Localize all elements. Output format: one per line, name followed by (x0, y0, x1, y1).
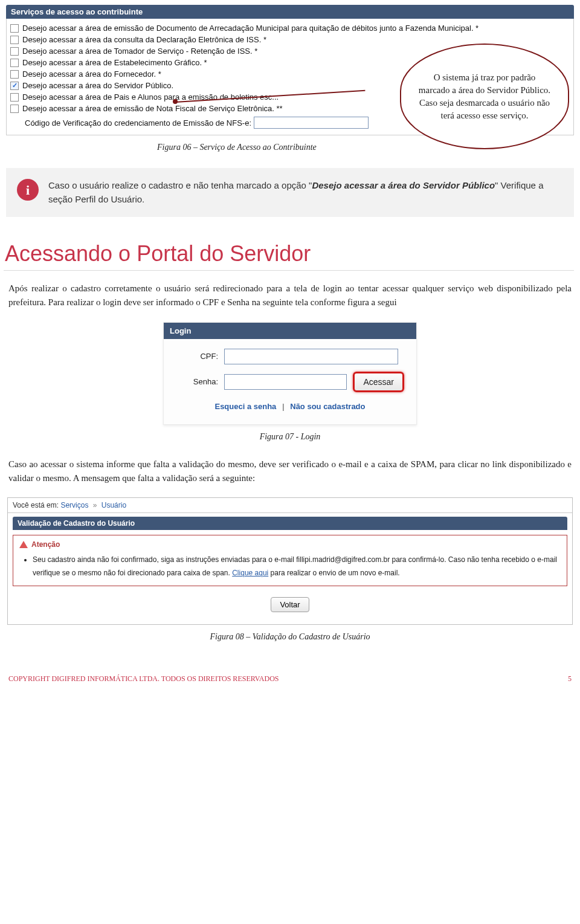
info-bold: Desejo acessar a área do Servidor Públic… (312, 180, 495, 190)
nfse-code-input[interactable] (254, 117, 369, 129)
cpf-label: CPF: (176, 352, 218, 361)
breadcrumb-link-services[interactable]: Serviços (60, 501, 88, 509)
breadcrumb: Você está em: Serviços » Usuário (8, 498, 572, 513)
figure-caption-08: Figura 08 – Validação do Cadastro de Usu… (163, 632, 417, 642)
paragraph-2: Caso ao acessar o sistema informe que fa… (0, 457, 580, 486)
callout-text: O sistema já traz por padrão marcado a á… (417, 71, 552, 122)
link-separator: | (279, 402, 288, 411)
breadcrumb-prefix: Você está em: (13, 501, 59, 509)
senha-label: Senha: (176, 377, 218, 386)
service-label: Desejo acessar a área de emissão de Nota… (22, 104, 283, 113)
service-label: Desejo acessar a área do Servidor Públic… (22, 81, 173, 90)
checkbox-icon[interactable] (10, 24, 19, 33)
alert-message: Seu cadastro ainda não foi confirmado, s… (33, 554, 561, 580)
senha-input[interactable] (224, 374, 347, 390)
login-panel: Login CPF: Senha: Acessar Esqueci a senh… (163, 322, 417, 425)
service-label: Desejo acessar a área de Estabelecimento… (22, 58, 207, 67)
services-panel-title: Serviços de acesso ao contribuinte (6, 5, 574, 19)
service-label: Desejo acessar a área de Tomador de Serv… (22, 47, 257, 56)
info-icon: i (17, 179, 39, 201)
checkbox-icon[interactable] (10, 36, 19, 44)
alert-box: Atenção Seu cadastro ainda não foi confi… (13, 535, 567, 586)
services-screenshot: Serviços de acesso ao contribuinte Desej… (0, 0, 580, 135)
alert-title: Atenção (31, 540, 60, 549)
callout-bubble: O sistema já traz por padrão marcado a á… (400, 44, 569, 149)
checkbox-icon[interactable] (10, 47, 19, 56)
checkbox-icon[interactable] (10, 105, 19, 113)
voltar-button[interactable]: Voltar (271, 597, 309, 612)
breadcrumb-separator-icon: » (91, 501, 100, 509)
forgot-password-link[interactable]: Esqueci a senha (214, 402, 276, 411)
checkbox-icon[interactable] (10, 59, 19, 67)
service-row: Desejo acessar a área de emissão de Docu… (10, 22, 570, 34)
copyright: COPYRIGHT DIGIFRED INFORMÁTICA LTDA. TOD… (8, 674, 279, 683)
page-number: 5 (568, 674, 572, 683)
figure-caption-07: Figura 07 - Login (163, 432, 417, 442)
checkbox-icon[interactable] (10, 93, 19, 102)
warning-icon (19, 541, 28, 548)
validation-panel-title: Validação de Cadastro do Usuário (13, 517, 567, 530)
checkbox-checked-icon[interactable] (10, 82, 19, 90)
acessar-button[interactable]: Acessar (353, 372, 404, 392)
paragraph-1: Após realizar o cadastro corretamente o … (0, 282, 580, 310)
page-footer: COPYRIGHT DIGIFRED INFORMÁTICA LTDA. TOD… (0, 657, 580, 687)
validation-screenshot: Você está em: Serviços » Usuário Validaç… (7, 497, 573, 625)
service-label: Desejo acessar a área do Fornecedor. * (22, 69, 161, 79)
alert-text-suffix: para realizar o envio de um novo e-mail. (268, 569, 399, 577)
info-text-prefix: Caso o usuário realize o cadastro e não … (48, 180, 312, 190)
service-label: Desejo acessar a área da consulta da Dec… (22, 35, 266, 44)
section-heading: Acessando o Portal do Servidor (4, 235, 574, 271)
service-label: Desejo acessar a área de emissão de Docu… (22, 24, 478, 33)
info-note: i Caso o usuário realize o cadastro e nã… (6, 168, 574, 217)
nfse-code-label: Código de Verificação do credenciamento … (25, 118, 251, 128)
login-links: Esqueci a senha | Não sou cadastrado (176, 399, 404, 418)
resend-email-link[interactable]: Clique aqui (232, 569, 268, 577)
not-registered-link[interactable]: Não sou cadastrado (290, 402, 365, 411)
breadcrumb-link-user[interactable]: Usuário (102, 501, 126, 509)
checkbox-icon[interactable] (10, 70, 19, 79)
cpf-input[interactable] (224, 349, 398, 364)
login-title: Login (164, 323, 416, 339)
